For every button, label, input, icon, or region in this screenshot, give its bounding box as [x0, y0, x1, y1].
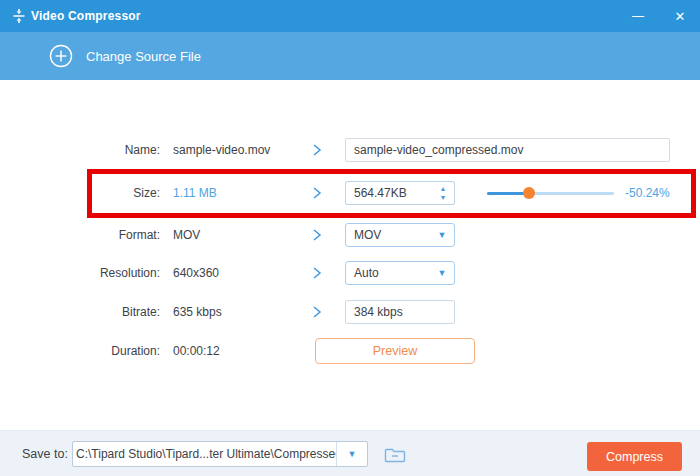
- folder-icon: [382, 445, 408, 464]
- format-current-value: MOV: [173, 221, 200, 249]
- open-folder-button[interactable]: [382, 442, 408, 466]
- compress-icon: [11, 8, 27, 28]
- spin-down-icon[interactable]: ▼: [440, 193, 447, 202]
- target-bitrate-input[interactable]: [345, 300, 455, 324]
- video-compressor-window: Video Compressor — ✕ Change Source File …: [0, 0, 700, 476]
- output-name-input[interactable]: [345, 138, 670, 162]
- bitrate-label: Bitrate:: [0, 298, 160, 326]
- size-label: Size:: [0, 179, 160, 207]
- chevron-right-icon: [312, 186, 322, 200]
- compress-button[interactable]: Compress: [587, 442, 682, 471]
- chevron-right-icon: [312, 228, 322, 242]
- resolution-label: Resolution:: [0, 259, 160, 287]
- chevron-right-icon: [312, 266, 322, 280]
- resolution-row: Resolution: 640x360 Auto ▼: [0, 259, 700, 287]
- change-source-file-button[interactable]: Change Source File: [49, 32, 201, 80]
- bitrate-row: Bitrate: 635 kbps: [0, 298, 700, 326]
- size-slider[interactable]: [487, 179, 614, 207]
- minimize-button[interactable]: —: [618, 0, 658, 32]
- duration-label: Duration:: [0, 337, 160, 365]
- chevron-down-icon: ▼: [430, 268, 454, 278]
- resolution-selected-value: Auto: [346, 266, 430, 280]
- format-row: Format: MOV MOV ▼: [0, 221, 700, 249]
- close-button[interactable]: ✕: [660, 0, 700, 32]
- target-size-input[interactable]: [346, 182, 432, 204]
- target-size-spinner: ▲ ▼: [345, 181, 455, 205]
- name-label: Name:: [0, 136, 160, 164]
- duration-current-value: 00:00:12: [173, 337, 220, 365]
- preview-button[interactable]: Preview: [315, 338, 475, 364]
- name-row: Name: sample-video.mov: [0, 136, 700, 164]
- sub-header: Change Source File: [0, 32, 700, 80]
- format-label: Format:: [0, 221, 160, 249]
- save-to-label: Save to:: [22, 431, 68, 476]
- footer-bar: Save to: C:\Tipard Studio\Tipard...ter U…: [0, 430, 700, 476]
- bitrate-current-value: 635 kbps: [173, 298, 222, 326]
- resolution-current-value: 640x360: [173, 259, 219, 287]
- duration-row: Duration: 00:00:12 Preview: [0, 337, 700, 365]
- size-reduction-percent: -50.24%: [625, 179, 670, 207]
- window-title: Video Compressor: [31, 0, 141, 32]
- spin-up-icon[interactable]: ▲: [440, 184, 447, 193]
- size-row: Size: 1.11 MB ▲ ▼ -50.24%: [0, 179, 700, 207]
- chevron-right-icon: [312, 143, 322, 157]
- chevron-right-icon: [312, 305, 322, 319]
- plus-circle-icon: [49, 44, 73, 68]
- chevron-down-icon[interactable]: ▼: [336, 442, 367, 466]
- title-bar: Video Compressor — ✕: [0, 0, 700, 32]
- chevron-down-icon: ▼: [430, 230, 454, 240]
- save-path-combobox[interactable]: C:\Tipard Studio\Tipard...ter Ultimate\C…: [72, 441, 368, 467]
- format-dropdown[interactable]: MOV ▼: [345, 223, 455, 247]
- save-path-value: C:\Tipard Studio\Tipard...ter Ultimate\C…: [73, 442, 336, 466]
- name-current-value: sample-video.mov: [173, 136, 270, 164]
- resolution-dropdown[interactable]: Auto ▼: [345, 261, 455, 285]
- change-source-file-label: Change Source File: [86, 49, 201, 64]
- slider-thumb[interactable]: [523, 187, 535, 199]
- size-current-value: 1.11 MB: [173, 179, 217, 207]
- spinner-buttons: ▲ ▼: [432, 182, 454, 204]
- form-area: Name: sample-video.mov Size: 1.11 MB ▲ ▼: [0, 80, 700, 430]
- format-selected-value: MOV: [346, 228, 430, 242]
